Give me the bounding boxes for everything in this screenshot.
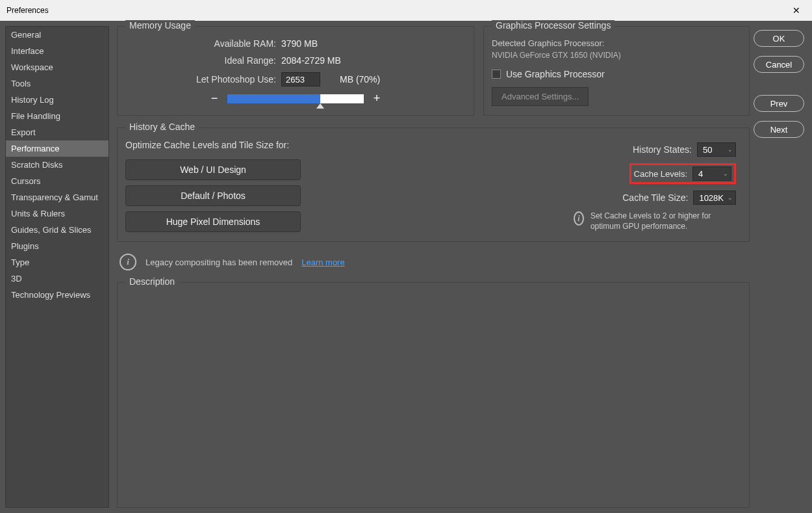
sidebar-item-workspace[interactable]: Workspace	[6, 59, 108, 75]
memory-slider[interactable]	[227, 94, 364, 103]
slider-fill	[227, 94, 320, 103]
slider-thumb[interactable]	[316, 103, 324, 109]
sidebar-item-performance[interactable]: Performance	[6, 140, 108, 157]
ideal-range-label: Ideal Range:	[125, 55, 281, 66]
close-icon[interactable]: ✕	[787, 3, 806, 18]
preferences-sidebar: GeneralInterfaceWorkspaceToolsHistory Lo…	[5, 26, 109, 508]
chevron-down-icon: ⌄	[728, 194, 733, 201]
preset-web-button[interactable]: Web / UI Design	[125, 159, 301, 180]
let-use-label: Let Photoshop Use:	[125, 74, 281, 85]
cache-levels-input[interactable]: 4⌄	[692, 166, 731, 181]
memory-use-suffix: MB (70%)	[340, 74, 466, 85]
chevron-down-icon: ⌄	[728, 146, 733, 153]
history-cache-legend: History & Cache	[125, 122, 199, 132]
titlebar: Preferences ✕	[0, 0, 812, 21]
description-legend: Description	[125, 276, 179, 287]
sidebar-item-3d[interactable]: 3D	[6, 270, 108, 287]
preset-default-button[interactable]: Default / Photos	[125, 185, 301, 206]
plus-icon[interactable]: +	[372, 92, 382, 105]
legacy-text: Legacy compositing has been removed	[146, 257, 292, 267]
cache-tile-label: Cache Tile Size:	[610, 192, 688, 203]
sidebar-item-scratch-disks[interactable]: Scratch Disks	[6, 157, 108, 173]
sidebar-item-general[interactable]: General	[6, 27, 108, 43]
optimize-caption: Optimize Cache Levels and Tile Size for:	[125, 140, 301, 150]
ideal-range-value: 2084-2729 MB	[281, 55, 466, 66]
cache-tile-input[interactable]: 1028K⌄	[693, 191, 736, 205]
available-ram-label: Available RAM:	[125, 38, 281, 49]
cancel-button[interactable]: Cancel	[754, 56, 804, 73]
history-cache-group: History & Cache Optimize Cache Levels an…	[117, 127, 750, 242]
gpu-legend: Graphics Processor Settings	[492, 20, 615, 31]
ok-button[interactable]: OK	[754, 30, 804, 47]
info-icon: i	[120, 254, 136, 270]
sidebar-item-guides-grid-slices[interactable]: Guides, Grid & Slices	[6, 222, 108, 238]
prev-button[interactable]: Prev	[754, 95, 804, 112]
memory-usage-group: Memory Usage Available RAM: 3790 MB Idea…	[117, 26, 474, 116]
window-title: Preferences	[6, 6, 787, 15]
preset-huge-button[interactable]: Huge Pixel Dimensions	[125, 211, 301, 232]
info-icon: i	[574, 211, 584, 226]
sidebar-item-transparency-gamut[interactable]: Transparency & Gamut	[6, 189, 108, 205]
chevron-down-icon: ⌄	[723, 170, 728, 177]
memory-use-input[interactable]	[281, 72, 320, 86]
sidebar-item-plugins[interactable]: Plugins	[6, 238, 108, 254]
gpu-settings-group: Graphics Processor Settings Detected Gra…	[483, 26, 750, 116]
detected-gpu-value: NVIDIA GeForce GTX 1650 (NVIDIA)	[492, 51, 741, 60]
sidebar-item-units-rulers[interactable]: Units & Rulers	[6, 205, 108, 222]
sidebar-item-technology-previews[interactable]: Technology Previews	[6, 287, 108, 303]
use-gpu-label: Use Graphics Processor	[506, 69, 605, 79]
minus-icon[interactable]: −	[209, 92, 220, 105]
cache-levels-label: Cache Levels:	[634, 169, 687, 179]
cache-levels-highlight: Cache Levels: 4⌄	[629, 163, 736, 184]
sidebar-item-tools[interactable]: Tools	[6, 75, 108, 92]
sidebar-item-export[interactable]: Export	[6, 124, 108, 140]
legacy-compositing-row: i Legacy compositing has been removed Le…	[117, 254, 750, 270]
sidebar-item-interface[interactable]: Interface	[6, 43, 108, 59]
history-states-input[interactable]: 50⌄	[697, 142, 736, 157]
sidebar-item-cursors[interactable]: Cursors	[6, 173, 108, 189]
memory-usage-legend: Memory Usage	[125, 20, 195, 31]
sidebar-item-type[interactable]: Type	[6, 254, 108, 270]
available-ram-value: 3790 MB	[281, 38, 466, 49]
cache-hint-text: Set Cache Levels to 2 or higher for opti…	[590, 211, 736, 231]
next-button[interactable]: Next	[754, 121, 804, 138]
use-gpu-checkbox[interactable]	[492, 70, 501, 79]
sidebar-item-file-handling[interactable]: File Handling	[6, 108, 108, 124]
advanced-settings-button[interactable]: Advanced Settings...	[492, 87, 589, 106]
learn-more-link[interactable]: Learn more	[301, 257, 344, 267]
history-states-label: History States:	[614, 144, 692, 155]
detected-gpu-label: Detected Graphics Processor:	[492, 38, 741, 48]
description-group: Description	[117, 282, 750, 508]
sidebar-item-history-log[interactable]: History Log	[6, 92, 108, 108]
